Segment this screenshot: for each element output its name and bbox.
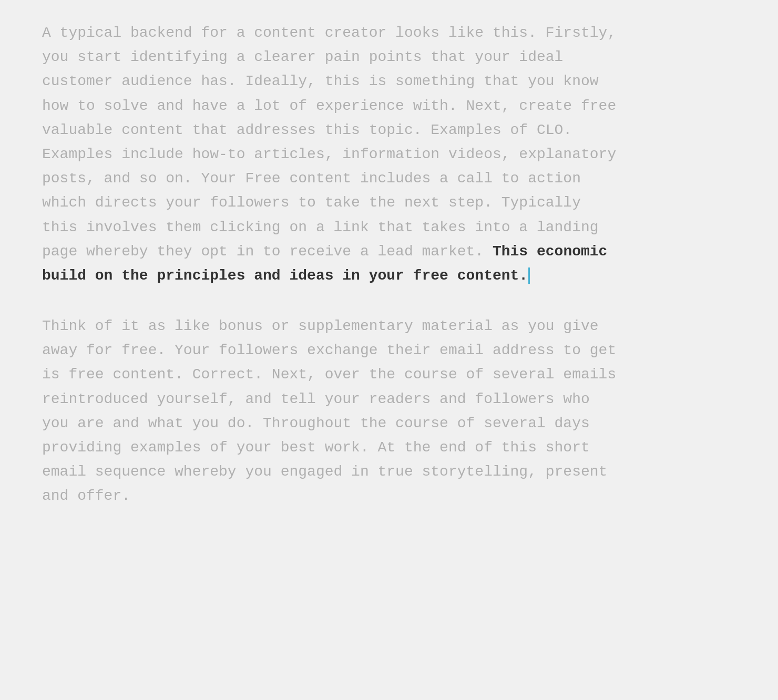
main-content: A typical backend for a content creator … xyxy=(42,21,620,535)
paragraph-1: A typical backend for a content creator … xyxy=(42,21,620,288)
paragraph-2: Think of it as like bonus or supplementa… xyxy=(42,314,620,509)
paragraph-2-normal-text: Think of it as like bonus or supplementa… xyxy=(42,318,616,504)
text-cursor xyxy=(528,267,530,284)
paragraph-1-normal-text: A typical backend for a content creator … xyxy=(42,25,616,260)
